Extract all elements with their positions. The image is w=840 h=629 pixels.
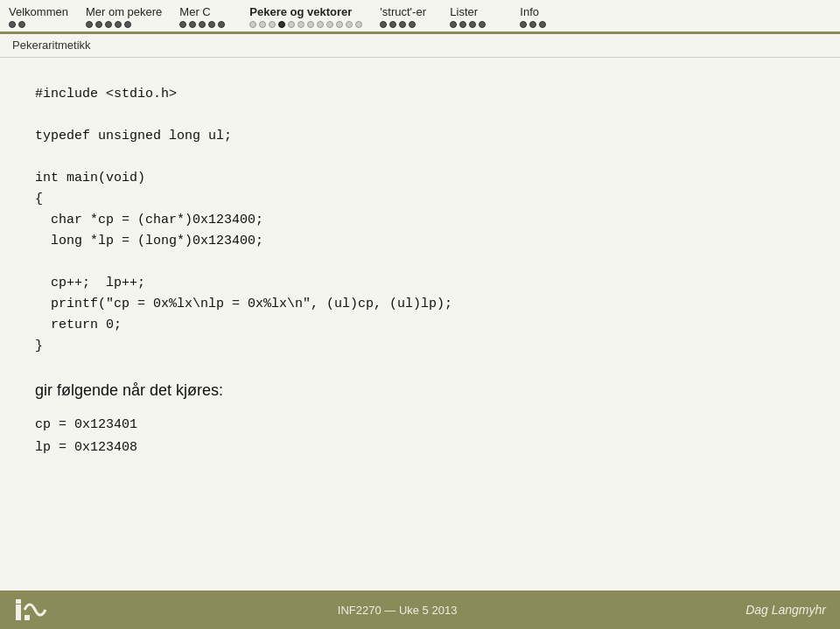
- dot: [529, 21, 536, 28]
- breadcrumb-text: Pekeraritmetikk: [12, 38, 91, 52]
- nav-label-mer-om-pekere: Mer om pekere: [86, 5, 162, 18]
- dot: [189, 21, 196, 28]
- nav-dots-info: [520, 21, 546, 28]
- nav-label-pekere-og-vektorer: Pekere og vektorer: [249, 5, 352, 18]
- svg-rect-2: [24, 615, 30, 620]
- nav-label-mer-c: Mer C: [179, 5, 210, 18]
- nav-label-info: Info: [520, 5, 539, 18]
- nav-item-mer-om-pekere[interactable]: Mer om pekere: [86, 5, 162, 28]
- dot: [307, 21, 314, 28]
- nav-dots-lister: [450, 21, 486, 28]
- dot: [259, 21, 266, 28]
- dot: [469, 21, 476, 28]
- code-block: #include <stdio.h> typedef unsigned long…: [35, 84, 805, 357]
- nav-item-pekere-og-vektorer[interactable]: Pekere og vektorer: [249, 5, 362, 28]
- footer: INF2270 — Uke 5 2013 Dag Langmyhr: [0, 591, 840, 629]
- footer-separator: —: [384, 604, 399, 617]
- nav-dots-struct-er: [380, 21, 416, 28]
- dot: [380, 21, 387, 28]
- nav-dots-mer-c: [179, 21, 225, 28]
- prose-text: gir følgende når det kjøres:: [35, 381, 805, 400]
- dot: [326, 21, 333, 28]
- dot: [479, 21, 486, 28]
- footer-logo: [14, 598, 49, 622]
- dot: [298, 21, 304, 28]
- nav-item-lister[interactable]: Lister: [450, 5, 502, 28]
- nav-bar: Velkommen Mer om pekere Mer C Pekere og …: [0, 0, 840, 34]
- svg-rect-1: [16, 599, 21, 604]
- nav-item-velkommen[interactable]: Velkommen: [9, 5, 68, 28]
- dot: [179, 21, 186, 28]
- nav-dots-pekere-og-vektorer: [249, 21, 362, 28]
- footer-term: Uke 5 2013: [399, 604, 458, 617]
- footer-author: Dag Langmyhr: [746, 603, 826, 617]
- footer-course-info: INF2270 — Uke 5 2013: [338, 604, 458, 617]
- main-content: #include <stdio.h> typedef unsigned long…: [0, 58, 840, 591]
- dot: [124, 21, 131, 28]
- ifi-logo-icon: [14, 598, 49, 622]
- dot: [9, 21, 16, 28]
- breadcrumb: Pekeraritmetikk: [0, 34, 840, 58]
- dot: [86, 21, 93, 28]
- dot: [317, 21, 324, 28]
- dot: [539, 21, 546, 28]
- dot: [399, 21, 406, 28]
- nav-label-lister: Lister: [450, 5, 478, 18]
- nav-item-struct-er[interactable]: 'struct'-er: [380, 5, 432, 28]
- dot: [288, 21, 295, 28]
- nav-dots-mer-om-pekere: [86, 21, 131, 28]
- dot: [199, 21, 206, 28]
- footer-course: INF2270: [338, 604, 382, 617]
- dot: [105, 21, 112, 28]
- dot: [269, 21, 276, 28]
- dot: [450, 21, 457, 28]
- nav-item-info[interactable]: Info: [520, 5, 572, 28]
- output-block: cp = 0x123401 lp = 0x123408: [35, 414, 805, 458]
- dot: [459, 21, 466, 28]
- nav-label-velkommen: Velkommen: [9, 5, 68, 18]
- dot: [346, 21, 353, 28]
- nav-label-struct-er: 'struct'-er: [380, 5, 426, 18]
- nav-dots-velkommen: [9, 21, 25, 28]
- svg-rect-0: [16, 605, 21, 620]
- dot: [409, 21, 416, 28]
- dot: [18, 21, 25, 28]
- dot: [336, 21, 343, 28]
- nav-item-mer-c[interactable]: Mer C: [179, 5, 232, 28]
- dot: [520, 21, 527, 28]
- dot: [249, 21, 256, 28]
- dot: [208, 21, 215, 28]
- dot: [95, 21, 102, 28]
- dot: [389, 21, 396, 28]
- dot: [115, 21, 122, 28]
- dot: [355, 21, 362, 28]
- dot: [218, 21, 225, 28]
- dot: [278, 21, 285, 28]
